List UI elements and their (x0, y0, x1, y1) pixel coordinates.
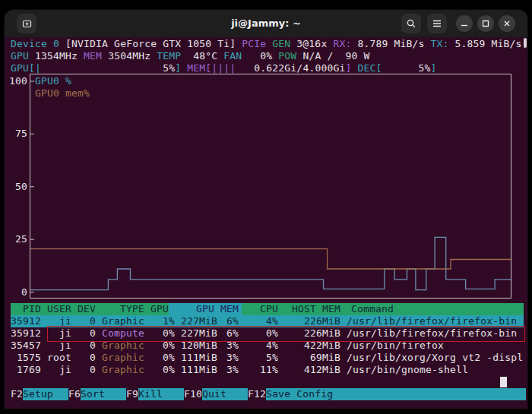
text-segment: FAN (223, 50, 242, 62)
process-row[interactable]: 35912ji0Graphic1%227MiB6%4%226MiB/usr/li… (11, 315, 524, 327)
fkey-action-quit[interactable]: Quit (202, 388, 248, 400)
column-header-cpu[interactable]: CPU (242, 303, 281, 315)
column-header-gpu-mem[interactable]: GPU MEM (169, 303, 242, 315)
text-segment: GPU (11, 50, 29, 62)
fkey-label: F10 (184, 388, 202, 400)
column-header-type[interactable]: TYPE (96, 303, 144, 315)
cell-gpu-mem-pct: 6% (217, 327, 242, 340)
y-axis-label: 50 (5, 181, 27, 193)
text-segment: [NVIDIA GeForce GTX 1050 Ti] (59, 38, 242, 49)
cell-gpu-mem-pct: 3% (217, 352, 242, 364)
y-axis-label: 25 (5, 233, 27, 245)
text-segment: RX: (333, 38, 351, 49)
text-segment: 48°C (181, 50, 223, 62)
cell-host-mem: 226MiB (281, 315, 345, 327)
cell-command: /usr/lib/firefox/firefox-bin -conte (345, 315, 524, 327)
fkey-action-kill[interactable]: Kill (138, 388, 184, 400)
cell-gpu: 0% (144, 364, 175, 376)
cell-dev: 0 (71, 364, 96, 376)
process-row[interactable]: 35457ji0Graphic0%120MiB3%4%422MiB/usr/bi… (11, 340, 524, 352)
cell-gpu: 0% (144, 352, 175, 364)
cell-gpu: 1% (144, 315, 175, 327)
text-segment: TEMP (157, 50, 181, 62)
column-header-gpu[interactable]: GPU (144, 303, 169, 315)
table-header-row: PIDUSERDEVTYPEGPUGPU MEMCPUHOST MEMComma… (11, 303, 524, 315)
fkey-label: F2 (11, 388, 23, 400)
y-axis-label: 100 (5, 75, 27, 87)
terminal-cursor (500, 377, 507, 387)
fkey-action-setup[interactable]: Setup (23, 388, 68, 400)
cell-user: ji (41, 364, 71, 376)
column-header-user[interactable]: USER (41, 303, 71, 315)
text-segment: POW (278, 50, 296, 62)
cell-user: ji (41, 315, 71, 327)
cell-gpu-mem: 227MiB (175, 327, 217, 340)
series-line-1 (30, 249, 511, 269)
cell-command: /usr/bin/gnome-shell (345, 364, 524, 376)
cell-type: Graphic (96, 352, 144, 364)
text-segment: GEN (272, 38, 290, 49)
terminal-info-line: GPU[| 5%] MEM[|||| 0.622Gi/4.000Gi] DEC[… (11, 62, 522, 74)
text-segment: TX: (431, 38, 449, 49)
scrollbar-thumb[interactable] (524, 38, 527, 48)
cell-cpu: 4% (242, 315, 281, 327)
cell-type: Graphic (96, 340, 144, 352)
close-icon (501, 17, 513, 30)
cell-user: root (41, 352, 71, 364)
cell-pid: 35912 (11, 315, 41, 327)
cell-cpu: 0% (242, 327, 281, 340)
search-icon (404, 17, 418, 30)
text-segment: | (35, 62, 41, 74)
graph-canvas: GPU0 %GPU0 mem% (30, 74, 511, 299)
minimize-button[interactable] (456, 15, 473, 32)
column-header-host-mem[interactable]: HOST MEM (281, 303, 345, 315)
process-row[interactable]: 1769ji0Graphic0%111MiB3%11%412MiB/usr/bi… (11, 364, 524, 376)
cell-pid: 35457 (11, 340, 41, 352)
column-header-command[interactable]: Command (345, 303, 524, 315)
cell-gpu-mem: 111MiB (175, 364, 217, 376)
cell-pid: 35912 (11, 327, 41, 340)
cell-pid: 1575 (11, 352, 41, 364)
text-segment: |||| (211, 62, 236, 74)
text-segment: 5.859 MiB/s (449, 38, 522, 49)
cell-command: /usr/lib/xorg/Xorg vt2 -displayfd 3 (345, 352, 524, 364)
column-header-dev[interactable]: DEV (71, 303, 96, 315)
terminal-window: ji@Jammy: ~ (5, 10, 527, 409)
device-info-block: Device 0 [NVIDIA GeForce GTX 1050 Ti] PC… (11, 38, 522, 74)
cell-dev: 0 (71, 327, 96, 340)
series-line-0 (30, 237, 511, 289)
cell-type: Graphic (96, 364, 144, 376)
fkey-label: F12 (248, 388, 266, 400)
text-segment: 3@16x (290, 38, 333, 49)
text-segment: 5% (419, 62, 431, 74)
terminal-info-line: Device 0 [NVIDIA GeForce GTX 1050 Ti] PC… (11, 38, 522, 50)
process-row[interactable]: 1575root0Graphic0%111MiB3%5%69MiB/usr/li… (11, 352, 524, 364)
column-header-pid[interactable]: PID (11, 303, 41, 315)
titlebar[interactable]: ji@Jammy: ~ (5, 10, 527, 38)
cell-gpu-mem-pct: 6% (217, 315, 242, 327)
fkey-action-sort[interactable]: Sort (81, 388, 126, 400)
process-row[interactable]: 35912ji0Compute0%227MiB6%0%226MiB/usr/li… (11, 327, 524, 340)
terminal-content[interactable]: Device 0 [NVIDIA GeForce GTX 1050 Ti] PC… (5, 37, 527, 409)
text-segment: 0% (242, 50, 278, 62)
text-segment: MEM[ (187, 62, 211, 74)
text-segment (236, 62, 254, 74)
menu-button[interactable] (427, 14, 447, 33)
cell-dev: 0 (71, 315, 96, 327)
cell-pid: 1769 (11, 364, 41, 376)
cell-gpu-mem: 111MiB (175, 352, 217, 364)
cell-user: ji (41, 327, 71, 340)
maximize-icon (480, 17, 492, 30)
hamburger-menu-icon (430, 17, 444, 30)
text-segment: PCIe (242, 38, 266, 49)
fkey-action-save-config[interactable]: Save Config (266, 388, 526, 400)
legend-entry: GPU0 mem% (35, 87, 90, 99)
cell-gpu-mem-pct: 3% (217, 364, 242, 376)
text-segment: ] (431, 62, 437, 74)
search-button[interactable] (401, 14, 421, 33)
cell-cpu: 4% (242, 340, 281, 352)
close-button[interactable] (499, 15, 515, 32)
maximize-button[interactable] (477, 15, 494, 32)
function-key-bar: F2SetupF6SortF9KillF10QuitF12Save Config (11, 388, 526, 400)
text-segment: 5% (163, 62, 175, 74)
